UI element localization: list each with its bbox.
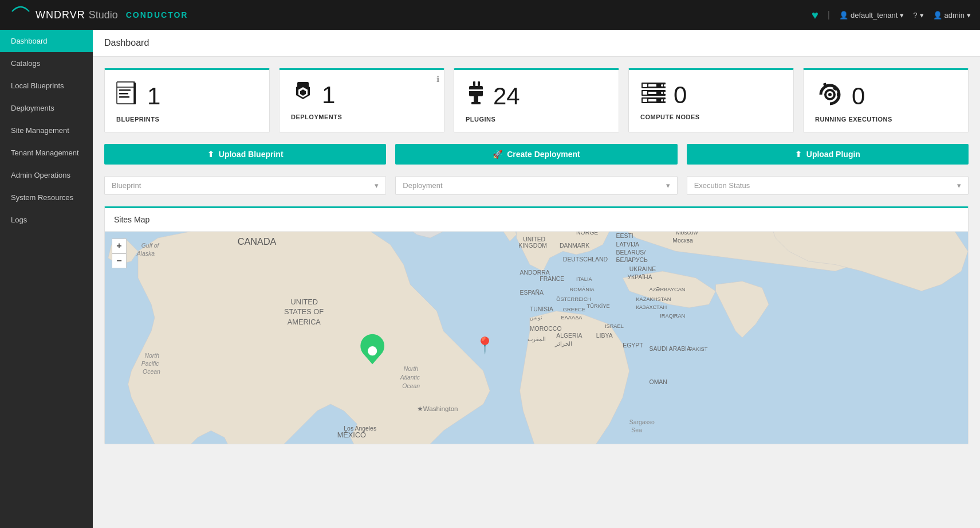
svg-rect-31: [643, 99, 647, 102]
map-zoom-out-button[interactable]: −: [112, 253, 127, 268]
svg-text:Ocean: Ocean: [143, 369, 160, 375]
deployment-filter-label: Deployment: [403, 181, 442, 190]
svg-rect-39: [837, 93, 840, 96]
plugins-label: PLUGINS: [466, 116, 495, 123]
stat-card-running-executions: 0 RUNNING EXECUTIONS: [803, 68, 969, 132]
sidebar: Dashboard Catalogs Local Blueprints Depl…: [0, 30, 93, 528]
compute-nodes-icon: [640, 81, 667, 109]
sidebar-item-tenant-management[interactable]: Tenant Management: [0, 142, 93, 164]
svg-text:ALGERIA: ALGERIA: [556, 333, 582, 339]
upload-plugin-button[interactable]: ⬆ Upload Plugin: [687, 144, 969, 165]
svg-text:Alaska: Alaska: [136, 251, 155, 257]
upload-blueprint-icon: ⬆: [207, 150, 214, 159]
sidebar-item-system-resources[interactable]: System Resources: [0, 186, 93, 209]
svg-text:FRANCE: FRANCE: [540, 276, 564, 282]
svg-text:المغرب: المغرب: [528, 336, 546, 343]
help-icon: ?: [913, 11, 917, 19]
deployment-filter[interactable]: Deployment ▾: [395, 176, 677, 195]
svg-text:STATES OF: STATES OF: [284, 307, 324, 316]
deployments-icon: [291, 81, 315, 109]
svg-rect-14: [473, 81, 475, 86]
user-icon: 👤: [839, 11, 848, 19]
svg-rect-22: [648, 84, 656, 87]
stat-card-compute-nodes: 0 COMPUTE NODES: [628, 68, 794, 132]
sites-map-container: Sites Map + − 📍: [104, 206, 969, 444]
blueprints-count: 1: [147, 84, 160, 108]
logo-conductor-text: CONDUCTOR: [126, 10, 188, 19]
sidebar-item-deployments[interactable]: Deployments: [0, 97, 93, 119]
map-area[interactable]: + − 📍: [105, 232, 968, 444]
plugins-icon: [466, 81, 486, 111]
svg-text:УКРАЇНА: УКРАЇНА: [627, 274, 652, 280]
create-deployment-button[interactable]: 🚀 Create Deployment: [395, 144, 677, 165]
filter-row: Blueprint ▾ Deployment ▾ Execution Statu…: [104, 176, 969, 195]
svg-text:AMERICA: AMERICA: [288, 318, 321, 326]
svg-rect-9: [119, 96, 129, 98]
svg-text:★Washington: ★Washington: [417, 405, 458, 412]
svg-text:IRAQ: IRAQ: [660, 313, 673, 319]
svg-text:ROMÂNIA: ROMÂNIA: [569, 287, 595, 292]
upload-plugin-icon: ⬆: [795, 150, 802, 159]
svg-text:TUNISIA: TUNISIA: [530, 306, 553, 312]
upload-blueprint-label: Upload Blueprint: [219, 150, 284, 159]
user-menu[interactable]: 👤 admin ▾: [933, 11, 971, 19]
svg-rect-27: [648, 92, 656, 94]
svg-text:ANDORRA: ANDORRA: [520, 269, 550, 276]
svg-text:CANADA: CANADA: [238, 236, 277, 247]
blueprints-icon: [116, 81, 140, 111]
sidebar-item-admin-operations[interactable]: Admin Operations: [0, 164, 93, 186]
deployments-info-icon[interactable]: ℹ: [436, 75, 439, 84]
top-navigation: WNDRVR Studio CONDUCTOR ♥ | 👤 default_te…: [0, 0, 980, 30]
svg-text:Gulf of: Gulf of: [141, 243, 160, 249]
svg-rect-8: [119, 93, 128, 95]
svg-text:تونس: تونس: [530, 315, 542, 321]
compute-nodes-label: COMPUTE NODES: [640, 114, 700, 120]
svg-text:IRAN: IRAN: [672, 313, 685, 319]
sidebar-item-dashboard[interactable]: Dashboard: [0, 30, 93, 52]
tenant-selector[interactable]: 👤 default_tenant ▾: [839, 11, 904, 19]
action-buttons-row: ⬆ Upload Blueprint 🚀 Create Deployment ⬆…: [104, 144, 969, 165]
svg-point-37: [828, 93, 832, 96]
plugins-count: 24: [493, 84, 520, 108]
create-deployment-icon: 🚀: [493, 150, 502, 159]
help-button[interactable]: ? ▾: [913, 11, 923, 19]
health-icon[interactable]: ♥: [812, 9, 818, 22]
svg-point-29: [664, 92, 666, 94]
main-layout: Dashboard Catalogs Local Blueprints Depl…: [0, 30, 980, 528]
svg-text:TÜRKİYE: TÜRKİYE: [587, 303, 610, 309]
sidebar-item-catalogs[interactable]: Catalogs: [0, 52, 93, 75]
blueprints-label: BLUEPRINTS: [116, 116, 159, 123]
svg-text:Pacific: Pacific: [141, 361, 159, 367]
svg-text:Los Angeles: Los Angeles: [344, 425, 376, 432]
svg-text:SAUDI ARABIA: SAUDI ARABIA: [650, 346, 691, 352]
execution-status-label: Execution Status: [694, 181, 750, 190]
admin-icon: 👤: [933, 11, 942, 19]
map-zoom-in-button[interactable]: +: [112, 238, 127, 253]
svg-text:Ocean: Ocean: [402, 383, 420, 389]
execution-status-filter[interactable]: Execution Status ▾: [687, 176, 969, 195]
svg-point-24: [664, 84, 666, 87]
sidebar-item-site-management[interactable]: Site Management: [0, 119, 93, 142]
stat-card-plugins: 24 PLUGINS: [454, 68, 619, 132]
blueprint-filter[interactable]: Blueprint ▾: [104, 176, 386, 195]
svg-text:OMAN: OMAN: [650, 379, 667, 385]
app-logo: WNDRVR Studio CONDUCTOR: [9, 9, 188, 21]
svg-text:UNITED: UNITED: [291, 298, 318, 306]
deployments-count: 1: [322, 83, 335, 107]
svg-point-34: [664, 99, 666, 101]
svg-text:ISRAEL: ISRAEL: [605, 323, 624, 329]
map-controls: + −: [112, 238, 127, 268]
sidebar-item-logs[interactable]: Logs: [0, 209, 93, 231]
deployments-label: DEPLOYMENTS: [291, 114, 342, 120]
svg-text:EGYPT: EGYPT: [623, 342, 643, 349]
svg-text:ESPAÑA: ESPAÑA: [520, 289, 544, 296]
svg-text:КАЗАХСТАН: КАЗАХСТАН: [636, 304, 667, 310]
deployment-filter-arrow: ▾: [666, 181, 670, 190]
svg-text:PAKIST: PAKIST: [689, 346, 708, 352]
stat-card-deployments: ℹ 1 DEPLOYMENTS: [279, 68, 444, 132]
svg-text:UKRAINE: UKRAINE: [629, 266, 656, 272]
execution-status-arrow: ▾: [957, 181, 961, 190]
svg-text:KINGDOM: KINGDOM: [518, 243, 547, 249]
upload-blueprint-button[interactable]: ⬆ Upload Blueprint: [104, 144, 386, 165]
sidebar-item-local-blueprints[interactable]: Local Blueprints: [0, 75, 93, 97]
